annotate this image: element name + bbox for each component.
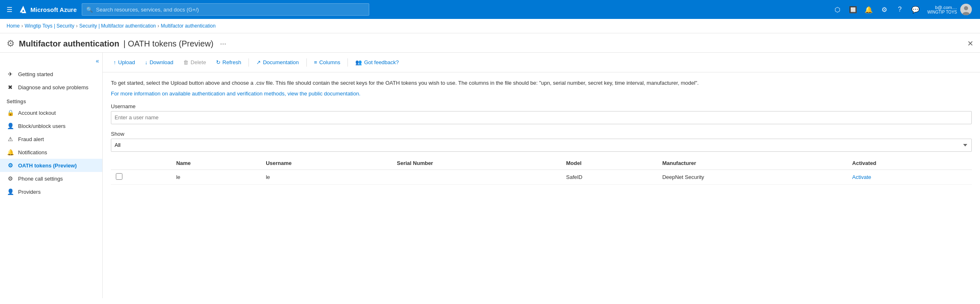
info-link[interactable]: For more information on available authen… — [111, 91, 361, 97]
notifications-icon[interactable]: 🔔 — [862, 2, 876, 16]
sidebar-item-getting-started[interactable]: ✈ Getting started — [0, 67, 102, 81]
page-header: ⚙ Multifactor authentication | OATH toke… — [0, 33, 980, 53]
breadcrumb-sep-2: › — [76, 23, 78, 29]
breadcrumb-mfa[interactable]: Multifactor authentication — [161, 23, 216, 29]
columns-button[interactable]: ≡ Columns — [310, 57, 345, 68]
breadcrumb-wingtip[interactable]: Wingtip Toys | Security — [25, 23, 74, 29]
page-more-button[interactable]: ··· — [218, 39, 229, 49]
table-header-row: Name Username Serial Number Model Manufa… — [111, 157, 972, 170]
page-subtitle: | OATH tokens (Preview) — [123, 39, 213, 49]
row-model: SafeID — [561, 169, 657, 184]
row-username: le — [261, 169, 392, 184]
sidebar-item-fraud-alert[interactable]: ⚠ Fraud alert — [0, 132, 102, 146]
delete-button[interactable]: 🗑 Delete — [179, 57, 210, 68]
sidebar-item-label: Fraud alert — [18, 136, 44, 142]
show-select-wrapper: All Active Inactive — [111, 139, 972, 152]
table-row: le le SafeID DeepNet Security Activate — [111, 169, 972, 184]
delete-icon: 🗑 — [183, 59, 189, 65]
row-manufacturer: DeepNet Security — [657, 169, 847, 184]
search-icon: 🔍 — [86, 7, 93, 13]
sidebar: « ✈ Getting started ✖ Diagnose and solve… — [0, 53, 103, 298]
show-label: Show — [111, 131, 972, 137]
download-icon: ↓ — [145, 59, 148, 65]
user-menu[interactable]: b@.com.... WINGTIP TOYS — [924, 2, 975, 17]
breadcrumb-home[interactable]: Home — [7, 23, 20, 29]
hamburger-menu[interactable]: ☰ — [5, 4, 14, 15]
sidebar-item-label: Block/unblock users — [18, 123, 66, 129]
sidebar-item-label: Getting started — [18, 71, 53, 77]
show-select[interactable]: All Active Inactive — [111, 139, 972, 152]
row-checkbox[interactable] — [116, 173, 122, 180]
sidebar-item-label: Diagnose and solve problems — [18, 84, 88, 91]
cloud-shell-icon[interactable]: ⬡ — [830, 2, 844, 16]
col-activated: Activated — [847, 157, 972, 170]
breadcrumb-sep-3: › — [158, 23, 159, 29]
sidebar-item-phone-call-settings[interactable]: ⚙ Phone call settings — [0, 172, 102, 185]
breadcrumb: Home › Wingtip Toys | Security › Securit… — [0, 19, 980, 33]
row-activated: Activate — [847, 169, 972, 184]
row-checkbox-cell — [111, 169, 171, 184]
search-bar[interactable]: 🔍 Search resources, services, and docs (… — [82, 3, 369, 16]
user-org: WINGTIP TOYS — [927, 10, 957, 14]
upload-icon: ↑ — [113, 59, 116, 65]
settings-icon[interactable]: ⚙ — [877, 2, 891, 16]
sidebar-item-oath-tokens[interactable]: ⚙ OATH tokens (Preview) — [0, 159, 102, 172]
col-manufacturer: Manufacturer — [657, 157, 847, 170]
sidebar-collapse[interactable]: « — [0, 56, 102, 67]
col-username: Username — [261, 157, 392, 170]
providers-icon: 👤 — [7, 188, 14, 195]
upload-label: Upload — [118, 59, 135, 65]
breadcrumb-security-mfa[interactable]: Security | Multifactor authentication — [79, 23, 156, 29]
sidebar-item-diagnose[interactable]: ✖ Diagnose and solve problems — [0, 81, 102, 94]
topbar-icons: ⬡ 🔲 🔔 ⚙ ? 💬 b@.com.... WINGTIP TOYS — [830, 2, 975, 17]
sidebar-item-block-unblock[interactable]: 👤 Block/unblock users — [0, 119, 102, 132]
username-label: Username — [111, 103, 972, 109]
main-layout: « ✈ Getting started ✖ Diagnose and solve… — [0, 53, 980, 298]
breadcrumb-sep-1: › — [21, 23, 23, 29]
portal-settings-icon[interactable]: 🔲 — [846, 2, 860, 16]
azure-logo-text: Microsoft Azure — [30, 6, 77, 13]
topbar: ☰ Microsoft Azure 🔍 Search resources, se… — [0, 0, 980, 19]
page-header-icon: ⚙ — [7, 38, 15, 49]
getting-started-icon: ✈ — [7, 71, 14, 77]
help-icon[interactable]: ? — [893, 2, 907, 16]
oath-tokens-table: Name Username Serial Number Model Manufa… — [111, 157, 972, 185]
sidebar-item-label: Phone call settings — [18, 176, 63, 182]
upload-button[interactable]: ↑ Upload — [109, 57, 139, 68]
feedback-button[interactable]: 👥 Got feedback? — [351, 57, 403, 68]
sidebar-item-account-lockout[interactable]: 🔒 Account lockout — [0, 106, 102, 119]
col-name: Name — [171, 157, 261, 170]
svg-point-1 — [964, 6, 968, 10]
refresh-label: Refresh — [223, 59, 242, 65]
documentation-icon: ↗ — [256, 59, 261, 65]
azure-logo: Microsoft Azure — [19, 5, 77, 14]
table-body: le le SafeID DeepNet Security Activate — [111, 169, 972, 184]
col-checkbox — [111, 157, 171, 170]
username-input[interactable] — [111, 111, 972, 124]
toolbar: ↑ Upload ↓ Download 🗑 Delete ↻ Refresh ↗… — [103, 53, 980, 72]
page-title: Multifactor authentication — [19, 39, 119, 49]
row-name: le — [171, 169, 261, 184]
refresh-button[interactable]: ↻ Refresh — [212, 57, 246, 68]
toolbar-separator-3 — [347, 58, 348, 67]
col-serial-number: Serial Number — [392, 157, 561, 170]
alert-icon: ⚠ — [7, 136, 14, 142]
sidebar-item-notifications[interactable]: 🔔 Notifications — [0, 146, 102, 159]
activate-link[interactable]: Activate — [852, 174, 871, 180]
azure-logo-icon — [19, 5, 27, 14]
sidebar-item-label: OATH tokens (Preview) — [18, 162, 77, 169]
content: ↑ Upload ↓ Download 🗑 Delete ↻ Refresh ↗… — [103, 53, 980, 298]
close-button[interactable]: ✕ — [967, 39, 973, 48]
feedback-icon[interactable]: 💬 — [909, 2, 922, 16]
collapse-icon[interactable]: « — [96, 58, 99, 64]
sidebar-item-providers[interactable]: 👤 Providers — [0, 185, 102, 198]
refresh-icon: ↻ — [216, 59, 221, 65]
documentation-button[interactable]: ↗ Documentation — [252, 57, 303, 68]
feedback-icon: 👥 — [355, 59, 362, 65]
download-button[interactable]: ↓ Download — [141, 57, 177, 68]
phone-icon: ⚙ — [7, 175, 14, 182]
toolbar-separator-1 — [248, 58, 249, 67]
toolbar-separator-2 — [306, 58, 307, 67]
feedback-label: Got feedback? — [364, 59, 399, 65]
sidebar-item-label: Providers — [18, 189, 41, 195]
